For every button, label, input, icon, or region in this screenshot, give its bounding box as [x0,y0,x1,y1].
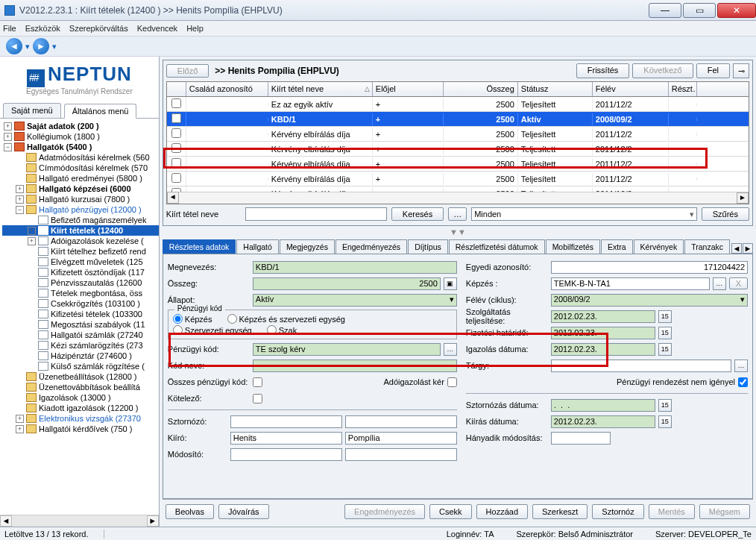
tab-dijtipus[interactable]: Díjtípus [408,239,448,254]
sidebar-tab-general[interactable]: Általános menü [64,104,137,119]
kiiro-first[interactable] [345,432,457,445]
search-input[interactable] [245,207,387,221]
tree-node[interactable]: Adatmódosítási kérelmek (560 [39,153,150,162]
row-checkbox[interactable] [171,128,181,138]
kiirdat-input[interactable] [551,415,655,428]
tab-reszletfizetesi[interactable]: Részletfizetési dátumok [449,239,545,254]
splitter[interactable]: ▼▼ [163,227,753,236]
table-row[interactable]: Kérvény elbírálás díja+2500Teljesített20… [167,157,749,172]
osszespk-check[interactable] [253,377,262,387]
tab-extra[interactable]: Extra [601,239,633,254]
table-hscroll[interactable]: ► [179,192,749,204]
nav-forward-dropdown[interactable]: ▾ [52,38,57,54]
igaz-date[interactable] [551,343,655,356]
fizh-date[interactable] [551,327,655,339]
row-checkbox[interactable] [171,113,181,123]
tree-node-selected[interactable]: Kiírt tételek (12400 [51,226,123,235]
col-reszt[interactable]: Részt… [669,82,697,96]
tab-mobilfizetes[interactable]: Mobilfizetés [546,239,600,254]
menu-file[interactable]: File [3,24,16,33]
minimize-button[interactable]: — [649,3,681,18]
beolvas-button[interactable]: Beolvas [166,504,214,519]
search-more-button[interactable]: … [448,207,467,221]
radio-szerv[interactable]: Szervezeti egység [173,325,252,335]
expand-icon[interactable]: + [4,122,12,131]
tree-node[interactable]: Befizető magánszemélyek [51,216,146,225]
menu-help[interactable]: Help [186,24,204,33]
expand-icon[interactable]: + [16,185,24,193]
expand-icon[interactable]: + [28,227,36,235]
menu-tools[interactable]: Eszközök [25,24,60,33]
tree-node[interactable]: Kollégiumok (1800 ) [27,132,100,141]
tree-node[interactable]: Házipénztár (274600 ) [51,351,132,360]
tab-kervenyek[interactable]: Kérvények [634,239,684,254]
table-row[interactable]: Kérvény elbírálás díja+2500Teljesített20… [167,172,749,186]
expand-icon[interactable]: + [16,415,24,423]
row-checkbox[interactable] [171,158,181,168]
adoig-check[interactable] [447,377,457,387]
table-row[interactable]: Kérvény elbírálás díja+2500Teljesített20… [167,142,749,157]
menu-roleswitch[interactable]: Szerepkörváltás [69,24,128,33]
x-button[interactable]: X [729,277,748,289]
col-osszeg[interactable]: Összeg [444,82,518,96]
tree-node[interactable]: Tételek megbontása, öss [51,289,142,298]
ciklus-combo[interactable]: 2008/09/2▾ [551,294,748,307]
row-checkbox[interactable] [171,98,181,108]
calendar-icon[interactable]: 15 [658,343,672,356]
tab-nav-right[interactable]: ► [743,243,753,254]
megsem-button[interactable]: Mégsem [699,504,750,519]
hanyadik-input[interactable] [551,432,611,445]
tree-node[interactable]: Hallgatói kérdőívek (750 ) [39,424,132,433]
sztornoz-button[interactable]: Sztornóz [592,504,643,519]
calendar-icon[interactable]: 15 [658,415,672,428]
nav-forward-button[interactable]: ► [33,38,49,54]
up-button[interactable]: Fel [696,63,730,78]
szerkeszt-button[interactable]: Szerkeszt [532,504,588,519]
items-table[interactable]: Család azonosító Kiírt tétel neve△ Elője… [166,81,749,204]
tree-node[interactable]: Csekkrögzítés (103100 ) [51,299,140,308]
egyedi-input[interactable] [551,261,748,274]
expand-icon[interactable]: + [4,133,12,141]
radio-szak[interactable]: Szak [267,325,297,335]
tree-node[interactable]: Kiírt tételhez befizető rend [51,247,146,256]
megnevezes-input[interactable] [253,261,457,274]
tree-node[interactable]: Hallgató eredményei (5800 ) [39,174,142,183]
lookup-button[interactable]: … [444,343,457,356]
tab-hallgato[interactable]: Hallgató [236,239,279,254]
tree-node[interactable]: Hallgató képzései (6000 [39,184,131,193]
engedmenyezes-button[interactable]: Engedményezés [344,504,425,519]
row-checkbox[interactable] [171,173,181,183]
prev-button[interactable]: Előző [166,64,210,78]
penzkod-input[interactable] [253,343,441,356]
tree-node[interactable]: Elektronikus vizsgák (27370 [39,414,141,423]
expand-icon[interactable]: + [16,195,24,204]
tree-node[interactable]: Kézi számlarögzítés (273 [51,341,143,350]
tree-node[interactable]: Hallgatói számlák (27240 [51,330,143,339]
refresh-button[interactable]: Frissítés [576,63,630,78]
hozzaad-button[interactable]: Hozzáad [476,504,528,519]
lookup-button[interactable]: … [734,360,748,372]
col-statusz[interactable]: Státusz [518,82,593,96]
penzrend-check[interactable] [738,377,748,387]
lookup-button[interactable]: … [713,277,726,290]
tree-node[interactable]: Pénzvisszautalás (12600 [51,278,142,287]
table-row[interactable]: KBD/1+2500Aktív2008/09/2 [167,112,749,127]
mentes-button[interactable]: Mentés [649,504,695,519]
kotelezo-check[interactable] [253,394,262,404]
tree-node[interactable]: Elvégzett műveletek (125 [51,257,143,266]
csekk-button[interactable]: Csekk [429,504,472,519]
radio-kepzszerv[interactable]: Képzés és szervezeti egység [227,314,345,324]
search-button[interactable]: Keresés [391,207,444,221]
calendar-icon[interactable]: 15 [658,310,672,323]
row-checkbox[interactable] [171,143,181,153]
szolg-date[interactable] [551,310,655,323]
modosito-input[interactable] [230,448,342,461]
osszeg-input[interactable] [253,277,441,290]
tree-node[interactable]: Üzenettovábbítások beállítá [39,383,140,392]
tree-node[interactable]: Hallgatók (5400 ) [27,142,92,151]
table-row[interactable]: Kérvény elbírálás díja+2500Teljesített20… [167,127,749,142]
maximize-button[interactable]: ▭ [683,3,716,18]
search-combo[interactable]: Minden [471,207,697,221]
jovairas-button[interactable]: Jóvaírás [218,504,269,519]
calendar-icon[interactable]: 15 [658,399,672,412]
